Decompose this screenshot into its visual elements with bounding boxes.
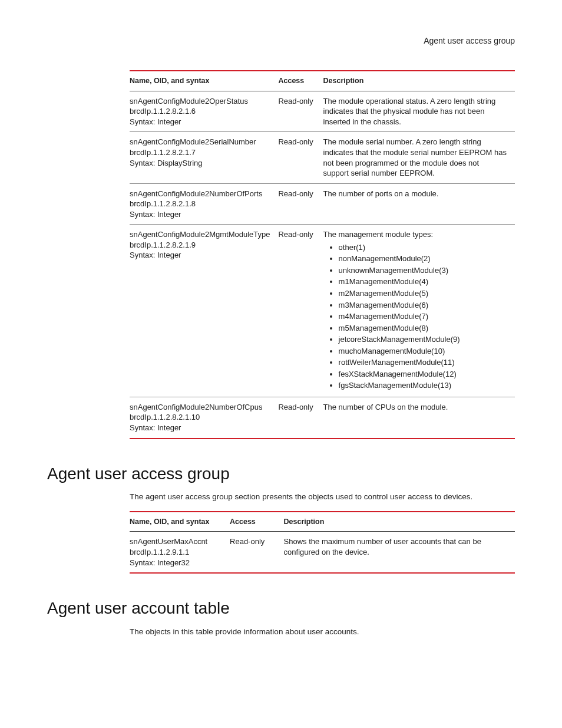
mib-access: Read-only	[278, 132, 323, 183]
th-access: Access	[230, 512, 284, 532]
mib-desc: The module serial number. A zero length …	[323, 132, 515, 183]
section-heading-access-group: Agent user access group	[47, 463, 515, 485]
table-row: snAgentConfigModule2OperStatus brcdIp.1.…	[130, 91, 515, 132]
mib-name: snAgentConfigModule2SerialNumber	[130, 137, 270, 147]
section1-content: The agent user access group section pres…	[130, 492, 515, 574]
mib-oid: brcdIp.1.1.2.8.2.1.9	[130, 240, 270, 251]
mib-syntax: Syntax: Integer	[130, 117, 270, 127]
mib-syntax: Syntax: DisplayString	[130, 158, 270, 169]
list-item: rottWeilerManagementModule(11)	[339, 357, 507, 368]
mib-syntax: Syntax: Integer	[130, 250, 270, 261]
mib-desc: The number of ports on a module.	[323, 183, 515, 225]
mib-oid: brcdIp.1.1.2.8.2.1.7	[130, 147, 270, 158]
list-item: m2ManagementModule(5)	[339, 288, 507, 299]
mib-name: snAgentConfigModule2OperStatus	[130, 96, 270, 107]
table-row: snAgentConfigModule2MgmtModuleType brcdI…	[130, 225, 515, 397]
th-name: Name, OID, and syntax	[130, 71, 278, 91]
mib-oid: brcdIp.1.1.2.8.2.1.10	[130, 412, 270, 423]
list-item: m4ManagementModule(7)	[339, 311, 507, 322]
section2-intro: The objects in this table provide inform…	[130, 627, 515, 637]
th-desc: Description	[323, 71, 515, 91]
mib-desc: The management module types: other(1) no…	[323, 225, 515, 397]
mib-oid: brcdIp.1.1.2.8.2.1.6	[130, 106, 270, 117]
mib-table-2: Name, OID, and syntax Access Description…	[130, 511, 515, 574]
mib-name: snAgentConfigModule2MgmtModuleType	[130, 229, 270, 240]
mib-access: Read-only	[230, 532, 284, 573]
mib-name: snAgentConfigModule2NumberOfPorts	[130, 189, 270, 199]
mib-desc: The module operational status. A zero le…	[323, 91, 515, 132]
list-item: fgsStackManagementModule(13)	[339, 380, 507, 391]
list-item: nonManagementModule(2)	[339, 253, 507, 264]
mib-access: Read-only	[278, 397, 323, 438]
section1-intro: The agent user access group section pres…	[130, 492, 515, 502]
section-heading-account-table: Agent user account table	[47, 597, 515, 620]
list-item: m1ManagementModule(4)	[339, 276, 507, 287]
mib-syntax: Syntax: Integer32	[130, 558, 222, 568]
mib-access: Read-only	[278, 183, 323, 225]
mib-desc: Shows the maximum number of user account…	[284, 532, 515, 573]
th-access: Access	[278, 71, 323, 91]
list-item: other(1)	[339, 242, 507, 253]
mib-syntax: Syntax: Integer	[130, 209, 270, 220]
mib-desc-intro: The management module types:	[323, 230, 433, 239]
module-types-list: other(1) nonManagementModule(2) unknownM…	[323, 242, 507, 391]
table-row: snAgentConfigModule2NumberOfPorts brcdIp…	[130, 183, 515, 225]
list-item: m3ManagementModule(6)	[339, 300, 507, 311]
section2-content: The objects in this table provide inform…	[130, 627, 515, 637]
mib-table-1: Name, OID, and syntax Access Description…	[130, 70, 515, 439]
mib-syntax: Syntax: Integer	[130, 423, 270, 433]
mib-name: snAgentUserMaxAccnt	[130, 536, 222, 547]
list-item: unknownManagementModule(3)	[339, 265, 507, 276]
mib-desc: The number of CPUs on the module.	[323, 397, 515, 438]
table-row: snAgentConfigModule2NumberOfCpus brcdIp.…	[130, 397, 515, 438]
page-header: Agent user access group	[47, 35, 515, 47]
list-item: muchoManagementModule(10)	[339, 346, 507, 357]
mib-access: Read-only	[278, 225, 323, 397]
mib-oid: brcdIp.1.1.2.9.1.1	[130, 547, 222, 558]
table-row: snAgentConfigModule2SerialNumber brcdIp.…	[130, 132, 515, 183]
mib-oid: brcdIp.1.1.2.8.2.1.8	[130, 199, 270, 209]
list-item: m5ManagementModule(8)	[339, 323, 507, 334]
main-content: Name, OID, and syntax Access Description…	[130, 70, 515, 439]
th-name: Name, OID, and syntax	[130, 512, 230, 532]
th-desc: Description	[284, 512, 515, 532]
list-item: fesXStackManagementModule(12)	[339, 369, 507, 380]
mib-name: snAgentConfigModule2NumberOfCpus	[130, 402, 270, 413]
list-item: jetcoreStackManagementModule(9)	[339, 334, 507, 345]
mib-access: Read-only	[278, 91, 323, 132]
table-row: snAgentUserMaxAccnt brcdIp.1.1.2.9.1.1 S…	[130, 532, 515, 573]
